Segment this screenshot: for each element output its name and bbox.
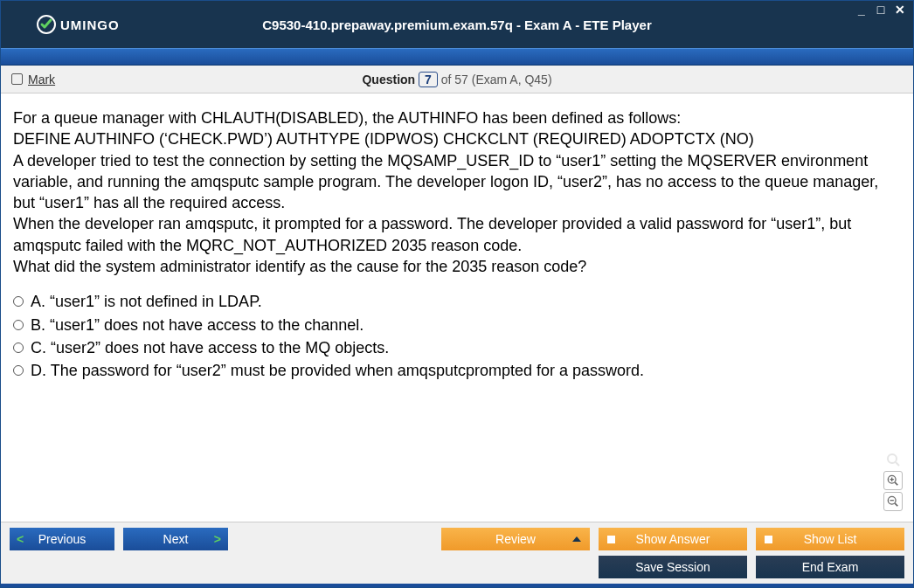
previous-label: Previous bbox=[38, 532, 86, 546]
zoom-controls bbox=[883, 450, 903, 511]
answer-text[interactable]: D. The password for “user2” must be prov… bbox=[31, 360, 644, 381]
mark-checkbox[interactable] bbox=[11, 73, 23, 85]
window-controls: _ □ ✕ bbox=[854, 3, 908, 17]
answer-row: B. “user1” does not have access to the c… bbox=[13, 315, 901, 336]
mark-label[interactable]: Mark bbox=[28, 73, 55, 86]
question-text: For a queue manager with CHLAUTH(DISABLE… bbox=[13, 107, 901, 277]
answer-row: A. “user1” is not defined in LDAP. bbox=[13, 291, 901, 312]
end-exam-button[interactable]: End Exam bbox=[756, 556, 904, 578]
answer-text[interactable]: A. “user1” is not defined in LDAP. bbox=[31, 291, 262, 312]
next-label: Next bbox=[163, 532, 189, 546]
question-indicator: Question 7 of 57 (Exam A, Q45) bbox=[1, 72, 913, 87]
answer-radio[interactable] bbox=[13, 296, 24, 307]
header-strip bbox=[1, 48, 913, 66]
show-answer-button[interactable]: Show Answer bbox=[599, 528, 747, 550]
zoom-out-icon[interactable] bbox=[883, 492, 903, 511]
previous-button[interactable]: < Previous bbox=[10, 528, 114, 550]
review-label: Review bbox=[495, 532, 536, 546]
window-title: C9530-410.prepaway.premium.exam.57q - Ex… bbox=[1, 17, 913, 32]
answer-radio[interactable] bbox=[13, 365, 24, 376]
show-list-label: Show List bbox=[804, 532, 857, 546]
close-button[interactable]: ✕ bbox=[892, 3, 908, 17]
stop-icon bbox=[765, 536, 772, 543]
svg-point-1 bbox=[888, 454, 897, 463]
answer-row: D. The password for “user2” must be prov… bbox=[13, 360, 901, 381]
answer-text[interactable]: B. “user1” does not have access to the c… bbox=[31, 315, 364, 336]
chevron-right-icon: > bbox=[214, 532, 221, 546]
show-list-button[interactable]: Show List bbox=[756, 528, 904, 550]
answer-radio[interactable] bbox=[13, 320, 24, 330]
save-session-label: Save Session bbox=[635, 560, 710, 574]
question-word: Question bbox=[362, 73, 415, 86]
titlebar: UMINGO C9530-410.prepaway.premium.exam.5… bbox=[1, 1, 913, 48]
triangle-up-icon bbox=[572, 536, 581, 542]
end-exam-label: End Exam bbox=[802, 560, 859, 574]
stop-icon bbox=[607, 536, 615, 543]
answer-radio[interactable] bbox=[13, 342, 24, 353]
maximize-button[interactable]: □ bbox=[873, 3, 889, 17]
svg-line-4 bbox=[895, 482, 897, 485]
svg-line-2 bbox=[896, 462, 899, 466]
content-area: For a queue manager with CHLAUTH(DISABLE… bbox=[1, 93, 913, 522]
show-answer-label: Show Answer bbox=[636, 532, 710, 546]
answer-row: C. “user2” does not have access to the M… bbox=[13, 337, 901, 358]
svg-line-8 bbox=[895, 503, 897, 506]
bottom-strip bbox=[1, 584, 913, 587]
question-total: of 57 (Exam A, Q45) bbox=[441, 73, 552, 86]
footer: < Previous Next > Review Show Answer Sho… bbox=[1, 522, 913, 584]
zoom-in-icon[interactable] bbox=[883, 471, 903, 490]
answer-text[interactable]: C. “user2” does not have access to the M… bbox=[31, 337, 389, 358]
chevron-left-icon: < bbox=[17, 532, 24, 546]
question-bar: Mark Question 7 of 57 (Exam A, Q45) bbox=[1, 66, 913, 93]
question-number-input[interactable]: 7 bbox=[419, 72, 438, 87]
save-session-button[interactable]: Save Session bbox=[599, 556, 747, 578]
review-button[interactable]: Review bbox=[441, 528, 590, 550]
minimize-button[interactable]: _ bbox=[854, 3, 869, 17]
next-button[interactable]: Next > bbox=[123, 528, 228, 550]
zoom-reset-icon[interactable] bbox=[883, 450, 903, 469]
answers-list: A. “user1” is not defined in LDAP.B. “us… bbox=[13, 291, 901, 381]
